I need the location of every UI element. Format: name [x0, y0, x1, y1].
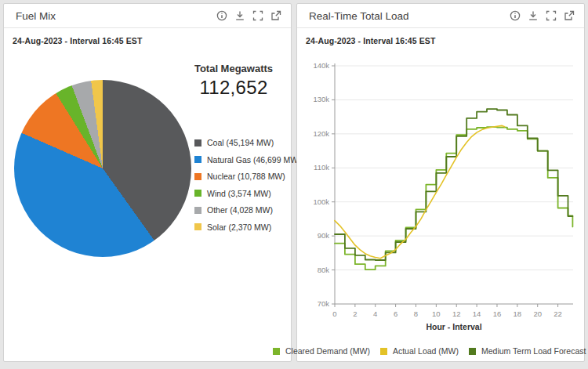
svg-text:Hour - Interval: Hour - Interval — [426, 322, 481, 331]
legend-item[interactable]: Natural Gas (46,699 MW) — [194, 155, 301, 165]
svg-text:22: 22 — [554, 309, 562, 318]
svg-text:90k: 90k — [318, 231, 330, 240]
legend-swatch — [469, 348, 476, 355]
legend-swatch — [194, 139, 201, 147]
legend-swatch — [273, 348, 280, 355]
legend-label: Actual Load (MW) — [393, 346, 459, 356]
total-load-body: 24-Aug-2023 - Interval 16:45 EST 70k80k9… — [297, 28, 584, 362]
svg-text:80k: 80k — [318, 266, 330, 274]
dashboard: Fuel Mix 24-Aug-2023 - Interval 16:45 ES… — [0, 0, 588, 365]
fullscreen-icon[interactable] — [546, 10, 557, 21]
svg-text:0: 0 — [332, 309, 336, 318]
svg-text:18: 18 — [514, 309, 522, 318]
svg-text:8: 8 — [414, 309, 418, 318]
panel-title: Real-Time Total Load — [309, 10, 409, 22]
legend-item[interactable]: Wind (3,574 MW) — [194, 189, 301, 198]
svg-text:110k: 110k — [314, 163, 329, 172]
total-megawatts-value: 112,652 — [183, 77, 285, 99]
legend-item[interactable]: Medium Term Load Forecast (MW) — [469, 346, 588, 356]
svg-text:14: 14 — [473, 309, 481, 318]
fuel-mix-header: Fuel Mix — [4, 4, 291, 28]
svg-text:100k: 100k — [313, 197, 329, 206]
legend-item[interactable]: Cleared Demand (MW) — [273, 346, 370, 356]
legend-label: Medium Term Load Forecast (MW) — [481, 346, 588, 356]
legend-swatch — [194, 223, 201, 230]
legend-item[interactable]: Solar (2,370 MW) — [194, 222, 301, 232]
info-icon[interactable] — [216, 10, 227, 21]
legend-label: Nuclear (10,788 MW) — [207, 172, 285, 181]
legend-label: Other (4,028 MW) — [207, 205, 273, 215]
svg-text:70k: 70k — [318, 299, 330, 308]
svg-text:4: 4 — [373, 309, 377, 318]
legend-swatch — [194, 173, 201, 180]
legend-item[interactable]: Actual Load (MW) — [380, 346, 459, 356]
legend-label: Coal (45,194 MW) — [207, 138, 274, 147]
download-icon[interactable] — [528, 10, 539, 21]
fuel-mix-legend: Coal (45,194 MW)Natural Gas (46,699 MW)N… — [194, 138, 301, 239]
fuel-mix-toolbar — [216, 10, 281, 21]
svg-text:6: 6 — [394, 309, 397, 318]
legend-item[interactable]: Nuclear (10,788 MW) — [194, 172, 301, 181]
total-megawatts-block: Total Megawatts 112,652 — [183, 63, 285, 99]
legend-item[interactable]: Other (4,028 MW) — [194, 205, 301, 215]
popout-icon[interactable] — [564, 10, 575, 21]
svg-text:2: 2 — [353, 309, 357, 318]
download-icon[interactable] — [234, 10, 245, 21]
svg-text:120k: 120k — [313, 129, 329, 138]
legend-item[interactable]: Coal (45,194 MW) — [194, 138, 301, 147]
legend-swatch — [380, 348, 387, 355]
svg-text:130k: 130k — [313, 95, 329, 103]
legend-swatch — [194, 207, 201, 214]
total-megawatts-label: Total Megawatts — [183, 63, 285, 74]
series-actual-load-mw — [335, 125, 505, 258]
legend-swatch — [194, 156, 201, 163]
fuel-mix-body: 24-Aug-2023 - Interval 16:45 EST Total M… — [4, 28, 291, 362]
panel-title: Fuel Mix — [16, 10, 56, 22]
svg-text:16: 16 — [493, 309, 502, 318]
fullscreen-icon[interactable] — [252, 10, 263, 21]
legend-label: Natural Gas (46,699 MW) — [207, 155, 301, 165]
legend-swatch — [194, 190, 201, 197]
total-load-header: Real-Time Total Load — [297, 4, 584, 28]
total-load-toolbar — [510, 10, 575, 21]
series-medium-term-load-forecast-mw — [335, 109, 572, 260]
interval-timestamp: 24-Aug-2023 - Interval 16:45 EST — [306, 36, 435, 45]
legend-label: Solar (2,370 MW) — [207, 222, 271, 232]
fuel-mix-pie-chart[interactable] — [14, 80, 191, 257]
legend-label: Wind (3,574 MW) — [207, 189, 271, 198]
info-icon[interactable] — [510, 10, 521, 21]
svg-text:140k: 140k — [313, 61, 329, 70]
total-load-line-chart[interactable]: 70k80k90k100k110k120k130k140k02468101214… — [305, 53, 577, 337]
popout-icon[interactable] — [270, 10, 281, 21]
legend-label: Cleared Demand (MW) — [285, 346, 370, 356]
svg-text:20: 20 — [533, 309, 542, 318]
svg-text:10: 10 — [432, 309, 441, 318]
fuel-mix-panel: Fuel Mix 24-Aug-2023 - Interval 16:45 ES… — [3, 3, 292, 362]
interval-timestamp: 24-Aug-2023 - Interval 16:45 EST — [13, 36, 142, 45]
total-load-panel: Real-Time Total Load 24-Aug-2023 - Inter… — [296, 3, 585, 362]
svg-text:12: 12 — [452, 309, 461, 318]
total-load-legend: Cleared Demand (MW)Actual Load (MW)Mediu… — [297, 346, 584, 356]
